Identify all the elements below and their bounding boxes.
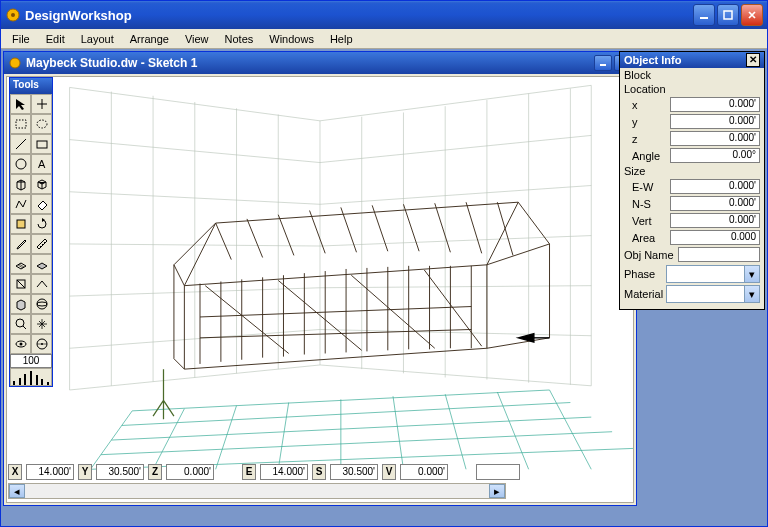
menu-arrange[interactable]: Arrange [123,31,176,47]
wireframe-drawing [7,77,633,494]
tool-measure[interactable] [31,234,52,254]
tool-section[interactable] [10,274,31,294]
3d-viewport[interactable] [6,76,634,503]
coord-y-label: Y [78,464,92,480]
tool-crosshair[interactable] [31,94,52,114]
minimize-button[interactable] [693,4,715,26]
horizontal-scrollbar[interactable]: ◂ ▸ [8,483,506,499]
scroll-right-button[interactable]: ▸ [489,484,505,498]
document-window: Maybeck Studio.dw - Sketch 1 [3,51,637,506]
chevron-down-icon[interactable]: ▾ [744,286,759,302]
tool-eraser[interactable] [31,194,52,214]
size-ns-label: N-S [624,198,668,210]
size-vert-label: Vert [624,215,668,227]
tool-orbit[interactable] [31,334,52,354]
menu-notes[interactable]: Notes [218,31,261,47]
size-ns-value[interactable]: 0.000' [670,196,760,211]
svg-point-8 [37,120,47,128]
tool-marquee-lasso[interactable] [31,114,52,134]
tool-arrow[interactable] [10,94,31,114]
object-kind: Block [620,68,764,82]
tools-readout: 100 [10,354,52,368]
phase-combo[interactable]: ▾ [666,265,760,283]
loc-x-label: x [624,99,668,111]
tool-cube[interactable] [10,174,31,194]
svg-rect-5 [600,64,606,66]
menu-windows[interactable]: Windows [262,31,321,47]
tool-camera-eye[interactable] [10,334,31,354]
loc-y-label: y [624,116,668,128]
coord-v-value[interactable]: 0.000' [400,464,448,480]
tool-marquee-rect[interactable] [10,114,31,134]
loc-angle-value[interactable]: 0.00° [670,148,760,163]
size-area-label: Area [624,232,668,244]
obj-name-value[interactable] [678,247,760,262]
scroll-h-track[interactable] [25,484,489,498]
size-vert-value[interactable]: 0.000' [670,213,760,228]
tool-paint[interactable] [10,214,31,234]
tool-rectangle[interactable] [31,134,52,154]
svg-point-18 [19,343,22,346]
coord-s-value[interactable]: 30.500' [330,464,378,480]
tool-pan[interactable] [31,314,52,334]
tool-grid-face[interactable] [10,254,31,274]
tool-extrude[interactable] [31,174,52,194]
coord-e-value[interactable]: 14.000' [260,464,308,480]
size-area-value[interactable]: 0.000 [670,230,760,245]
material-label: Material [624,288,666,300]
loc-x-value[interactable]: 0.000' [670,97,760,112]
tool-cube-solid[interactable] [10,294,31,314]
tool-polyline[interactable] [10,194,31,214]
loc-y-value[interactable]: 0.000' [670,114,760,129]
app-icon [5,7,21,23]
object-info-panel[interactable]: Object Info ✕ Block Location x0.000' y0.… [619,51,765,310]
menu-view[interactable]: View [178,31,216,47]
object-info-close-button[interactable]: ✕ [746,53,760,67]
menu-file[interactable]: File [5,31,37,47]
object-info-title[interactable]: Object Info ✕ [620,52,764,68]
menubar: File Edit Layout Arrange View Notes Wind… [1,29,767,49]
phase-label: Phase [624,268,666,280]
app-window: DesignWorkshop File Edit Layout Arrange … [0,0,768,527]
menu-help[interactable]: Help [323,31,360,47]
size-section-label: Size [620,164,764,178]
scroll-left-button[interactable]: ◂ [9,484,25,498]
tool-line[interactable] [10,134,31,154]
maximize-button[interactable] [717,4,739,26]
tool-text[interactable]: A [31,154,52,174]
svg-rect-9 [37,141,47,148]
titlebar[interactable]: DesignWorkshop [1,1,767,29]
document-titlebar[interactable]: Maybeck Studio.dw - Sketch 1 [4,52,636,74]
tools-palette[interactable]: Tools A [9,77,53,387]
tool-eyedropper[interactable] [10,234,31,254]
document-minimize-button[interactable] [594,55,612,71]
obj-name-label: Obj Name [624,249,676,261]
coord-z-value[interactable]: 0.000' [166,464,214,480]
svg-point-15 [37,302,47,306]
tool-grid-top[interactable] [31,254,52,274]
coord-s-label: S [312,464,326,480]
tool-rotate[interactable] [31,214,52,234]
menu-edit[interactable]: Edit [39,31,72,47]
tools-title[interactable]: Tools [10,78,52,94]
loc-z-value[interactable]: 0.000' [670,131,760,146]
coordinate-readout: X 14.000' Y 30.500' Z 0.000' E 14.000' S… [8,463,520,481]
svg-point-14 [37,299,47,309]
coord-extra-value[interactable] [476,464,520,480]
object-info-title-text: Object Info [624,54,681,66]
coord-y-value[interactable]: 30.500' [96,464,144,480]
tool-zoom[interactable] [10,314,31,334]
tool-circle[interactable] [10,154,31,174]
tool-roof[interactable] [31,274,52,294]
chevron-down-icon[interactable]: ▾ [744,266,759,282]
material-combo[interactable]: ▾ [666,285,760,303]
size-ew-value[interactable]: 0.000' [670,179,760,194]
coord-x-value[interactable]: 14.000' [26,464,74,480]
tools-histogram-icon[interactable] [10,368,52,386]
size-ew-label: E-W [624,181,668,193]
close-button[interactable] [741,4,763,26]
coord-x-label: X [8,464,22,480]
svg-rect-2 [700,17,708,19]
tool-sphere[interactable] [31,294,52,314]
menu-layout[interactable]: Layout [74,31,121,47]
